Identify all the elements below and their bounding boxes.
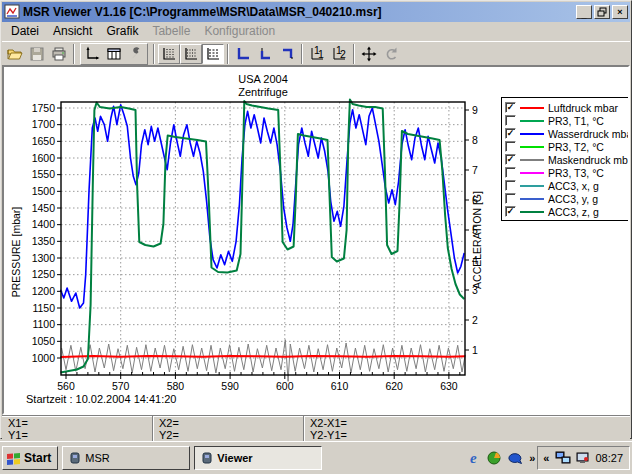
tray-app-circle-icon[interactable] (486, 450, 502, 466)
monitor-status-icon[interactable] (575, 451, 591, 465)
axes-setup-button[interactable] (81, 44, 103, 64)
taskbar-button-viewer[interactable]: Viewer (194, 446, 322, 470)
legend-line-sample (520, 172, 544, 174)
y-right-tick-label: 1 (472, 344, 478, 356)
y-left-tick-label: 1500 (32, 185, 56, 197)
y-right-tick-label: 7 (472, 164, 478, 176)
taskbar-button-msr[interactable]: MSR (62, 446, 190, 470)
toolbar-separator (153, 44, 155, 64)
chart-legend: ✓Luftdruck mbarPR3, T1, °C✓Wasserdruck m… (501, 97, 629, 221)
legend-row: ✓Maskendruck mbar (505, 153, 624, 166)
legend-checkbox[interactable]: ✓ (505, 128, 516, 139)
internet-explorer-icon[interactable]: e (465, 450, 481, 466)
y-left-tick-label: 1750 (32, 102, 56, 114)
taskbar-clock: 08:27 (595, 452, 623, 464)
legend-line-sample (520, 198, 544, 200)
start-button[interactable]: Start (2, 446, 58, 470)
legend-label: Luftdruck mbar (548, 102, 618, 114)
printer-icon (51, 46, 67, 62)
menu-grafik[interactable]: Grafik (99, 22, 145, 40)
undo-arrow-icon (383, 46, 399, 62)
y-left-tick-label: 1450 (32, 202, 56, 214)
collapse-chevron[interactable]: « (541, 452, 551, 464)
legend-checkbox[interactable] (505, 167, 516, 178)
zoom-full-axes-button[interactable] (232, 44, 254, 64)
legend-checkbox[interactable] (505, 115, 516, 126)
y-left-tick-label: 1550 (32, 168, 56, 180)
y-left-tick-label: 1250 (32, 268, 56, 280)
tray-app-blue-icon[interactable] (507, 450, 523, 466)
y-right-tick-label: 2 (472, 314, 478, 326)
menu-ansicht[interactable]: Ansicht (46, 22, 99, 40)
pan-move-button[interactable] (358, 44, 380, 64)
grid-horizontal-button[interactable] (180, 44, 202, 64)
taskbar: Start MSR Viewer e » « 08:27 (0, 441, 632, 474)
zoom-x-axis-button[interactable] (254, 44, 276, 64)
wrench-icon (128, 46, 144, 62)
close-button[interactable]: × (612, 5, 628, 19)
y-right-axis-label: ACCELERATION [G] (471, 191, 483, 289)
zoom-y-axis-button[interactable] (276, 44, 298, 64)
x-tick-label: 620 (385, 380, 403, 392)
table-view-button[interactable] (103, 44, 125, 64)
y-left-axis-label: PRESSURE [mbar] (10, 207, 22, 298)
legend-row: ✓ACC3, z, g (505, 205, 624, 218)
axes-zoom-x-icon (257, 46, 273, 62)
network-computers-icon[interactable] (555, 451, 571, 465)
axes-zoom-y-icon (279, 46, 295, 62)
chart-panel: USA 2004 Zentrifuge 56057058059060061062… (2, 65, 630, 415)
y-right-tick-label: 9 (472, 104, 478, 116)
scale-1-1-button[interactable]: 11 (306, 44, 328, 64)
menu-datei[interactable]: Datei (4, 22, 46, 40)
scale-1-2-button[interactable]: 12 (328, 44, 350, 64)
y-left-tick-label: 1400 (32, 218, 56, 230)
settings-wrench-button[interactable] (125, 44, 147, 64)
save-floppy-icon (29, 46, 45, 62)
x-tick-label: 570 (112, 380, 130, 392)
app-icon (4, 4, 20, 20)
legend-checkbox[interactable] (505, 193, 516, 204)
msr-app-icon (69, 452, 81, 464)
grid-horizontal-dashed-button[interactable] (202, 44, 224, 64)
legend-line-sample (520, 133, 544, 135)
restore-button[interactable] (594, 5, 610, 19)
y-left-tick-label: 1300 (32, 252, 56, 264)
undo-button (380, 44, 402, 64)
grid-vertical-button[interactable] (158, 44, 180, 64)
grid-dashed-icon (205, 46, 221, 62)
legend-checkbox[interactable] (505, 141, 516, 152)
legend-label: ACC3, x, g (548, 180, 599, 192)
legend-row: ✓Wasserdruck mbar (505, 127, 624, 140)
legend-checkbox[interactable] (505, 180, 516, 191)
x-tick-label: 560 (57, 380, 75, 392)
toolbar-separator (73, 44, 75, 64)
legend-label: ACC3, y, g (548, 193, 598, 205)
y-left-tick-label: 1200 (32, 285, 56, 297)
legend-row: ✓Luftdruck mbar (505, 101, 624, 114)
y-left-tick-label: 1150 (32, 302, 55, 314)
overflow-chevron[interactable]: » (527, 452, 537, 464)
svg-text:2: 2 (340, 48, 346, 60)
minimize-button[interactable]: _ (576, 5, 592, 19)
legend-line-sample (520, 159, 544, 161)
toolbar-separator (301, 44, 303, 64)
legend-label: PR3, T3, °C (548, 167, 604, 179)
legend-row: PR3, T1, °C (505, 114, 624, 127)
title-bar[interactable]: MSR Viewer V1.16 [C:\Programme\MSR\Data\… (2, 2, 630, 22)
y-left-tick-label: 1700 (32, 118, 56, 130)
svg-text:1: 1 (318, 48, 324, 60)
x-tick-label: 600 (276, 380, 294, 392)
axes-zoom-full-icon (235, 46, 251, 62)
open-file-button[interactable] (4, 44, 26, 64)
y-left-tick-label: 1600 (32, 152, 56, 164)
legend-checkbox[interactable]: ✓ (505, 154, 516, 165)
menu-konfiguration: Konfiguration (197, 22, 282, 40)
legend-checkbox[interactable]: ✓ (505, 206, 516, 217)
series-line-0 (61, 356, 466, 357)
legend-checkbox[interactable]: ✓ (505, 102, 516, 113)
print-button[interactable] (48, 44, 70, 64)
window-title: MSR Viewer V1.16 [C:\Programme\MSR\Data\… (23, 5, 576, 19)
restore-icon (597, 7, 607, 17)
menu-tabelle: Tabelle (145, 22, 197, 40)
y-left-tick-label: 1000 (32, 352, 56, 364)
